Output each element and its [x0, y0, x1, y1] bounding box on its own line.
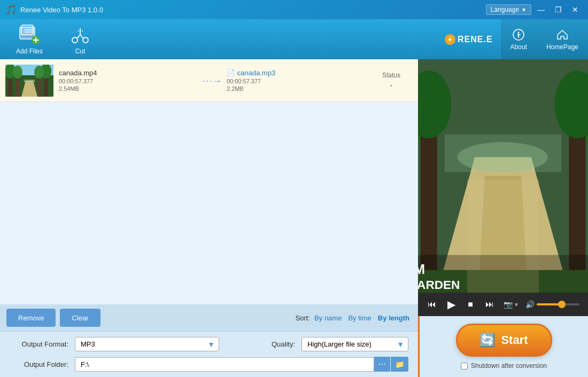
about-label: About: [510, 43, 527, 51]
clear-button[interactable]: Clear: [60, 309, 100, 327]
toolbar: Add Files Cut + RENE.E About: [0, 19, 588, 59]
homepage-icon: [556, 28, 569, 41]
svg-line-10: [80, 35, 83, 38]
format-row: Output Format: MP3 AAC WAV FLAC ▼ Qualit…: [10, 337, 408, 351]
bottom-controls: Remove Clear Sort: By name By time By le…: [0, 304, 418, 331]
skip-end-button[interactable]: ⏭: [482, 297, 497, 312]
rene-logo-text: RENE.E: [458, 35, 493, 44]
output-duration: 00:00:57.377: [227, 78, 365, 84]
source-file-info: canada.mp4 00:00:57.377 2.54MB: [59, 69, 197, 92]
file-area: canada.mp4 00:00:57.377 2.54MB ⋯→ 📄 cana…: [0, 59, 418, 377]
quality-select[interactable]: High(Larger file size) Medium Low: [301, 337, 408, 351]
homepage-button[interactable]: HomePage: [537, 19, 588, 59]
remove-button[interactable]: Remove: [6, 309, 56, 327]
output-format-label: Output Format:: [10, 340, 68, 348]
plus-badge: +: [445, 34, 455, 45]
output-format-wrapper: MP3 AAC WAV FLAC ▼: [75, 337, 219, 351]
folder-browse-button[interactable]: ⋯: [374, 357, 390, 372]
convert-arrow: ⋯→: [202, 74, 221, 87]
sort-by-time[interactable]: By time: [346, 313, 373, 323]
app-icon: 🎵: [5, 4, 17, 15]
source-filename: canada.mp4: [59, 69, 197, 77]
start-label: Start: [501, 333, 528, 347]
start-area: 🔄 Start Shutdown after conversion: [418, 316, 588, 377]
file-thumbnail: [5, 65, 53, 97]
svg-rect-27: [24, 80, 35, 82]
status-value: -: [370, 81, 413, 89]
svg-point-22: [13, 66, 22, 78]
volume-slider[interactable]: [537, 303, 579, 305]
cut-label: Cut: [75, 48, 86, 55]
sort-label: Sort:: [296, 314, 310, 322]
folder-open-button[interactable]: 📁: [391, 357, 408, 372]
right-panel: 11:30AM NIZZA GARDEN ⏮ ▶ ■ ⏭ 📷 ▼ 🔊: [418, 59, 588, 377]
output-folder-input[interactable]: [75, 357, 374, 372]
sort-area: Sort: By name By time By length: [296, 313, 412, 323]
add-files-icon: [19, 24, 40, 45]
about-button[interactable]: About: [501, 19, 537, 59]
video-preview: 11:30AM NIZZA GARDEN: [418, 59, 588, 293]
camera-dropdown-arrow: ▼: [514, 302, 519, 308]
shutdown-row: Shutdown after conversion: [461, 362, 547, 370]
restore-button[interactable]: ❐: [551, 4, 566, 15]
title-controls: Language ▼ — ❐ ✕: [486, 4, 583, 15]
output-format-select[interactable]: MP3 AAC WAV FLAC: [75, 337, 219, 351]
stop-button[interactable]: ■: [463, 297, 478, 312]
quality-wrapper: High(Larger file size) Medium Low ▼: [301, 337, 408, 351]
camera-icon: 📷: [504, 300, 513, 309]
skip-start-button[interactable]: ⏮: [424, 297, 439, 312]
cut-icon: [69, 24, 91, 45]
start-refresh-icon: 🔄: [479, 333, 496, 348]
about-icon: [512, 28, 525, 41]
svg-line-9: [77, 35, 80, 38]
add-files-label: Add Files: [16, 48, 43, 55]
svg-rect-16: [517, 34, 521, 35]
svg-point-14: [518, 32, 520, 33]
quality-label: Quality:: [236, 340, 295, 348]
minimize-button[interactable]: —: [533, 4, 548, 15]
file-type-icon: 📄: [227, 69, 235, 77]
shutdown-label: Shutdown after conversion: [471, 362, 547, 370]
settings-area: Output Format: MP3 AAC WAV FLAC ▼ Qualit…: [0, 331, 418, 377]
status-label: Status: [370, 72, 413, 79]
play-button[interactable]: ▶: [444, 297, 459, 312]
language-button[interactable]: Language ▼: [486, 4, 531, 15]
player-controls: ⏮ ▶ ■ ⏭ 📷 ▼ 🔊: [418, 293, 588, 316]
language-label: Language: [491, 6, 519, 13]
svg-text:11:30AM: 11:30AM: [418, 262, 425, 277]
svg-point-26: [34, 66, 44, 78]
output-filename: 📄 canada.mp3: [227, 69, 365, 77]
folder-row: Output Folder: ⋯ 📁: [10, 357, 408, 372]
svg-text:NIZZA GARDEN: NIZZA GARDEN: [418, 278, 460, 292]
source-size: 2.54MB: [59, 85, 197, 92]
app-title: Renee Video To MP3 1.0.0: [20, 6, 486, 14]
output-size: 2.2MB: [227, 85, 365, 92]
add-files-button[interactable]: Add Files: [11, 21, 48, 58]
screenshot-button[interactable]: 📷 ▼: [501, 298, 521, 311]
thumbnail-image: [5, 65, 53, 97]
table-row: canada.mp4 00:00:57.377 2.54MB ⋯→ 📄 cana…: [0, 59, 418, 102]
svg-rect-52: [445, 135, 562, 172]
folder-input-wrap: ⋯ 📁: [75, 357, 408, 372]
toolbar-right: + RENE.E About HomePage: [437, 19, 588, 59]
main-content: canada.mp4 00:00:57.377 2.54MB ⋯→ 📄 cana…: [0, 59, 588, 377]
sort-by-length[interactable]: By length: [376, 313, 412, 323]
sort-by-name[interactable]: By name: [312, 313, 344, 323]
rene-logo: + RENE.E: [437, 19, 501, 59]
homepage-label: HomePage: [546, 43, 578, 51]
output-folder-label: Output Folder:: [10, 360, 68, 368]
preview-image: 11:30AM NIZZA GARDEN: [418, 59, 588, 293]
shutdown-checkbox[interactable]: [461, 363, 468, 370]
title-bar: 🎵 Renee Video To MP3 1.0.0 Language ▼ — …: [0, 0, 588, 19]
cut-button[interactable]: Cut: [64, 21, 96, 58]
source-duration: 00:00:57.377: [59, 78, 197, 84]
close-button[interactable]: ✕: [568, 4, 583, 15]
file-list-empty-area: [0, 182, 418, 305]
file-list[interactable]: canada.mp4 00:00:57.377 2.54MB ⋯→ 📄 cana…: [0, 59, 418, 182]
volume-control: 🔊: [525, 300, 579, 309]
start-button[interactable]: 🔄 Start: [456, 324, 552, 357]
output-file-info: 📄 canada.mp3 00:00:57.377 2.2MB: [227, 69, 365, 92]
status-column: Status -: [370, 72, 413, 89]
volume-icon: 🔊: [525, 300, 535, 309]
language-dropdown-icon: ▼: [521, 7, 527, 13]
